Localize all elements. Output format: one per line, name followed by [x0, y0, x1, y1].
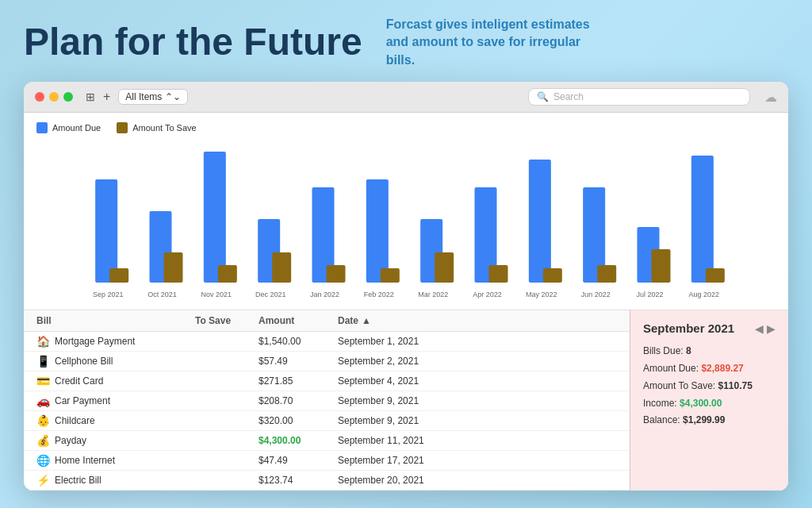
cell-bill: 📱Cellphone Bill: [36, 355, 195, 368]
cell-amount: $320.00: [259, 415, 338, 426]
table-row[interactable]: 🏠Mortgage Payment$1,540.00September 1, 2…: [24, 332, 630, 352]
chevron-up-down-icon: ⌃⌄: [165, 91, 181, 102]
add-item-button[interactable]: +: [103, 90, 110, 104]
income-stat: Income: $4,300.00: [643, 397, 776, 410]
col-amount: Amount: [259, 315, 338, 326]
legend-amount-to-save: Amount To Save: [117, 122, 197, 133]
row-icon: 👶: [36, 414, 50, 427]
cell-amount: $208.70: [259, 395, 338, 406]
col-date[interactable]: Date ▲: [338, 315, 617, 326]
cell-bill: 🌐Home Internet: [36, 454, 195, 467]
cell-date: September 11, 2021: [338, 435, 617, 446]
maximize-button[interactable]: [63, 92, 73, 102]
row-icon: 🌐: [36, 454, 50, 467]
sidebar-month-header: September 2021 ◀ ▶: [643, 321, 776, 335]
table-row[interactable]: 💰Payday$4,300.00September 11, 2021: [24, 431, 630, 451]
svg-rect-10: [272, 252, 291, 283]
legend-brown-box: [117, 122, 128, 133]
svg-rect-28: [597, 265, 616, 283]
svg-rect-7: [218, 265, 237, 283]
header: Plan for the Future Forcast gives inteli…: [24, 16, 788, 69]
col-to-save: To Save: [195, 315, 259, 326]
cell-bill: 💰Payday: [36, 434, 195, 447]
minimize-button[interactable]: [49, 92, 59, 102]
cell-amount: $123.74: [259, 475, 338, 486]
amount-due-label: Amount Due:: [643, 363, 699, 374]
svg-text:Mar 2022: Mar 2022: [418, 291, 448, 298]
svg-rect-13: [327, 265, 346, 283]
row-icon: 🚗: [36, 394, 50, 407]
close-button[interactable]: [35, 92, 44, 102]
table-row[interactable]: 🚗Car Payment$208.70September 9, 2021: [24, 391, 630, 411]
svg-rect-0: [95, 179, 117, 283]
svg-rect-34: [706, 268, 725, 283]
table-row[interactable]: 💳Credit Card$271.85September 4, 2021: [24, 371, 630, 391]
cell-date: September 2, 2021: [338, 356, 617, 367]
cell-date: September 17, 2021: [338, 455, 617, 466]
search-bar[interactable]: 🔍 Search: [528, 88, 750, 106]
table-row[interactable]: 📱Cellphone Bill$57.49September 2, 2021: [24, 352, 630, 371]
cell-amount: $1,540.00: [259, 336, 338, 347]
cell-date: September 9, 2021: [338, 395, 617, 406]
cloud-icon: ☁: [764, 90, 777, 105]
cell-amount: $57.49: [259, 356, 338, 367]
month-nav-arrows: ◀ ▶: [755, 322, 776, 335]
svg-text:Nov 2021: Nov 2021: [201, 291, 232, 298]
row-icon: 🏠: [36, 335, 50, 348]
table-row[interactable]: 👶Childcare$320.00September 9, 2021: [24, 411, 630, 431]
search-input[interactable]: Search: [553, 91, 584, 102]
sidebar-panel: September 2021 ◀ ▶ Bills Due: 8 Amount D…: [630, 310, 788, 491]
svg-rect-16: [381, 268, 400, 283]
row-icon: 💳: [36, 375, 50, 387]
svg-text:Dec 2021: Dec 2021: [255, 291, 286, 298]
legend-amount-due-label: Amount Due: [52, 123, 101, 133]
svg-text:Aug 2022: Aug 2022: [689, 291, 720, 298]
table-row[interactable]: ⚡Electric Bill$123.74September 20, 2021: [24, 471, 630, 491]
cell-bill: 👶Childcare: [36, 414, 195, 427]
table-body: 🏠Mortgage Payment$1,540.00September 1, 2…: [24, 332, 630, 491]
sort-icon: ▲: [362, 315, 371, 326]
svg-rect-24: [529, 160, 551, 283]
svg-text:Jun 2022: Jun 2022: [581, 291, 611, 298]
cell-amount: $4,300.00: [259, 435, 338, 446]
balance-value: $1,299.99: [683, 414, 725, 425]
legend-blue-box: [36, 122, 48, 133]
amount-due-stat: Amount Due: $2,889.27: [643, 362, 776, 375]
all-items-dropdown[interactable]: All Items ⌃⌄: [118, 89, 188, 105]
cell-date: September 4, 2021: [338, 375, 617, 387]
row-icon: 📱: [36, 355, 50, 368]
traffic-lights: [35, 92, 73, 102]
sidebar-toggle-icon[interactable]: ⊞: [86, 90, 95, 103]
chart-legend: Amount Due Amount To Save: [36, 122, 776, 133]
cell-date: September 1, 2021: [338, 336, 617, 347]
amount-to-save-stat: Amount To Save: $110.75: [643, 379, 776, 393]
svg-text:Sep 2021: Sep 2021: [93, 291, 124, 298]
cell-bill: ⚡Electric Bill: [36, 474, 195, 487]
bills-due-value: 8: [686, 345, 691, 356]
all-items-label: All Items: [125, 91, 162, 102]
col-bill: Bill: [36, 315, 195, 326]
svg-text:Oct 2021: Oct 2021: [147, 291, 177, 298]
app-window: ⊞ + All Items ⌃⌄ 🔍 Search ☁ Amount Due A…: [24, 82, 788, 491]
amount-due-value: $2,889.27: [701, 363, 743, 374]
title-bar: ⊞ + All Items ⌃⌄ 🔍 Search ☁: [24, 82, 788, 113]
svg-rect-22: [489, 265, 508, 283]
cell-bill: 🚗Car Payment: [36, 394, 195, 407]
search-icon: 🔍: [537, 91, 549, 102]
svg-text:Feb 2022: Feb 2022: [364, 291, 394, 298]
cell-amount: $47.49: [259, 455, 338, 466]
cell-bill: 🏠Mortgage Payment: [36, 335, 195, 348]
bar-chart: Sep 2021Oct 2021Nov 2021Dec 2021Jan 2022…: [36, 141, 776, 303]
header-subtitle: Forcast gives inteligent estimates and a…: [386, 16, 592, 69]
prev-month-button[interactable]: ◀: [755, 322, 764, 335]
page-title: Plan for the Future: [24, 21, 362, 64]
legend-amount-due: Amount Due: [36, 122, 101, 133]
sidebar-month-title: September 2021: [643, 321, 734, 335]
cell-date: September 20, 2021: [338, 475, 617, 486]
balance-stat: Balance: $1,299.99: [643, 414, 776, 427]
table-section: Bill To Save Amount Date ▲ 🏠Mortgage Pay…: [24, 310, 630, 491]
row-icon: ⚡: [36, 474, 50, 487]
bills-due-label: Bills Due:: [643, 345, 684, 356]
next-month-button[interactable]: ▶: [767, 322, 776, 335]
table-row[interactable]: 🌐Home Internet$47.49September 17, 2021: [24, 451, 630, 471]
